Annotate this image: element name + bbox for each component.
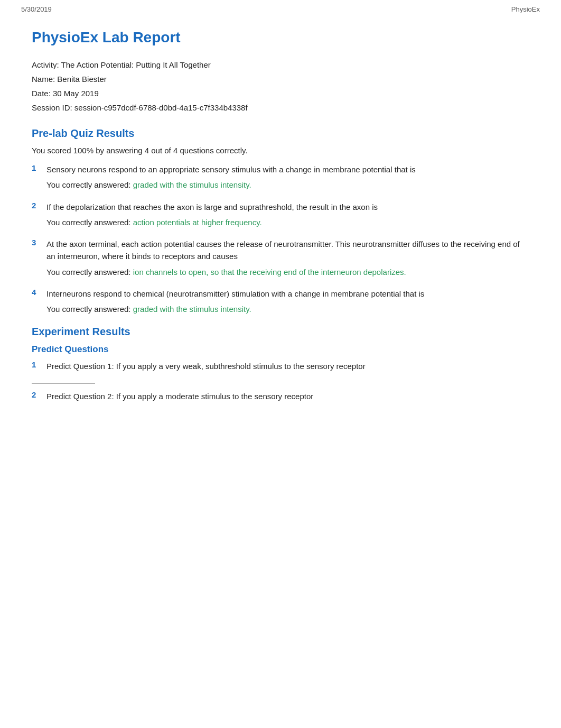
report-title: PhysioEx Lab Report (32, 29, 529, 46)
q1-number: 1 (32, 163, 41, 191)
q1-answer-prefix: You correctly answered: (46, 180, 133, 189)
q4-answer-line: You correctly answered: graded with the … (46, 303, 529, 315)
pq2-text: Predict Question 2: If you apply a moder… (46, 390, 529, 402)
predict-questions-title: Predict Questions (32, 344, 529, 355)
q3-text: At the axon terminal, each action potent… (46, 238, 529, 263)
prelab-question-3: 3 At the axon terminal, each action pote… (32, 238, 529, 278)
meta-activity: Activity: The Action Potential: Putting … (32, 58, 529, 72)
q3-answer: ion channels to open, so that the receiv… (133, 268, 406, 277)
prelab-questions-list: 1 Sensory neurons respond to an appropri… (32, 163, 529, 315)
header-site: PhysioEx (511, 5, 540, 13)
prelab-question-2: 2 If the depolarization that reaches the… (32, 201, 529, 229)
q4-number: 4 (32, 288, 41, 316)
experiment-section: Experiment Results Predict Questions 1 P… (32, 326, 529, 404)
pq1-number: 1 (32, 360, 41, 374)
predict-questions-list: 1 Predict Question 1: If you apply a ver… (32, 360, 529, 374)
q2-number: 2 (32, 201, 41, 229)
pq1-content: Predict Question 1: If you apply a very … (46, 360, 529, 374)
q4-content: Interneurons respond to chemical (neurot… (46, 288, 529, 316)
q3-content: At the axon terminal, each action potent… (46, 238, 529, 278)
page-header: 5/30/2019 PhysioEx (0, 0, 561, 16)
meta-block: Activity: The Action Potential: Putting … (32, 58, 529, 115)
q2-answer: action potentials at higher frequency. (133, 218, 262, 227)
q1-answer-line: You correctly answered: graded with the … (46, 179, 529, 191)
prelab-section-title: Pre-lab Quiz Results (32, 127, 529, 140)
header-date: 5/30/2019 (21, 5, 52, 13)
meta-session-id: Session ID: session-c957dcdf-6788-d0bd-4… (32, 100, 529, 115)
q2-text: If the depolarization that reaches the a… (46, 201, 529, 213)
q2-content: If the depolarization that reaches the a… (46, 201, 529, 229)
q4-answer-prefix: You correctly answered: (46, 305, 133, 314)
prelab-score: You scored 100% by answering 4 out of 4 … (32, 146, 529, 155)
meta-name: Name: Benita Biester (32, 72, 529, 86)
pq1-text: Predict Question 1: If you apply a very … (46, 360, 529, 372)
q1-text: Sensory neurons respond to an appropriat… (46, 163, 529, 176)
q3-answer-line: You correctly answered: ion channels to … (46, 266, 529, 278)
pq2-number: 2 (32, 390, 41, 404)
experiment-section-title: Experiment Results (32, 326, 529, 338)
q2-answer-line: You correctly answered: action potential… (46, 216, 529, 228)
predict-question-2: 2 Predict Question 2: If you apply a mod… (32, 390, 529, 404)
page-divider (32, 383, 95, 384)
q3-answer-prefix: You correctly answered: (46, 268, 133, 277)
prelab-question-1: 1 Sensory neurons respond to an appropri… (32, 163, 529, 191)
prelab-question-4: 4 Interneurons respond to chemical (neur… (32, 288, 529, 316)
q1-answer: graded with the stimulus intensity. (133, 180, 251, 189)
q3-number: 3 (32, 238, 41, 278)
predict-questions-list-2: 2 Predict Question 2: If you apply a mod… (32, 390, 529, 404)
pq2-content: Predict Question 2: If you apply a moder… (46, 390, 529, 404)
q2-answer-prefix: You correctly answered: (46, 218, 133, 227)
q4-answer: graded with the stimulus intensity. (133, 305, 251, 314)
q1-content: Sensory neurons respond to an appropriat… (46, 163, 529, 191)
q4-text: Interneurons respond to chemical (neurot… (46, 288, 529, 300)
predict-question-1: 1 Predict Question 1: If you apply a ver… (32, 360, 529, 374)
meta-date: Date: 30 May 2019 (32, 86, 529, 100)
